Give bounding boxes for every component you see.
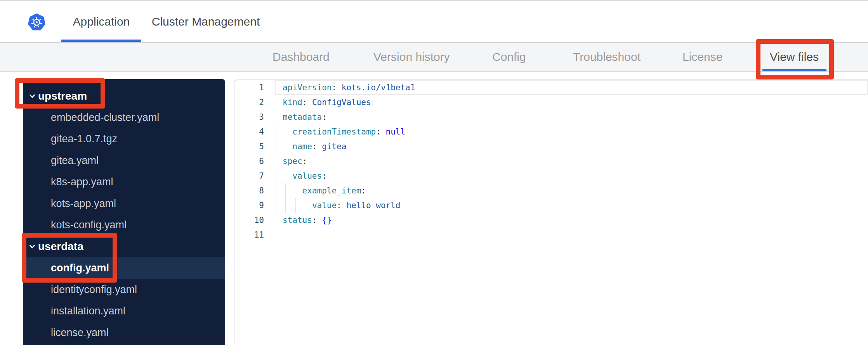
line-number: 11 [234, 230, 269, 240]
tree-item-label: upstream [38, 90, 87, 102]
subnav-tab-label: Dashboard [273, 50, 330, 63]
subnav-tab-config[interactable]: Config [492, 43, 526, 71]
subnav-tab-label: Troubleshoot [573, 50, 641, 63]
token-str: kots.io/v1beta1 [342, 83, 415, 92]
token-kw: null [386, 127, 406, 136]
tree-item-label: config.yaml [51, 262, 109, 274]
code-line-5: 5name: gitea [234, 139, 868, 154]
subnav-tab-license[interactable]: License [682, 43, 722, 71]
primary-tab-label: Cluster Management [152, 15, 260, 28]
token-key: metadata [283, 112, 322, 122]
line-number: 9 [234, 201, 269, 210]
code-line-10: 10status: {} [234, 213, 868, 228]
tree-file-embedded-cluster-yaml[interactable]: embedded-cluster.yaml [23, 107, 225, 129]
app-header: ApplicationCluster Management [0, 0, 868, 43]
primary-nav: ApplicationCluster Management [0, 1, 868, 42]
token-punc: : [337, 201, 342, 210]
tree-file-installation-yaml[interactable]: installation.yaml [23, 300, 225, 322]
token-key: value [312, 201, 337, 210]
subnav-tab-label: Version history [373, 50, 450, 63]
token-punc: : [361, 186, 366, 195]
subnav-tab-troubleshoot[interactable]: Troubleshoot [573, 43, 641, 71]
chevron-down-icon [28, 92, 36, 100]
file-content-editor[interactable]: 1apiVersion: kots.io/v1beta12kind: Confi… [234, 79, 868, 345]
code-line-9: 9value: hello world [234, 198, 868, 213]
tree-item-label: gitea.yaml [51, 155, 99, 167]
primary-tab-cluster-management[interactable]: Cluster Management [149, 1, 262, 42]
primary-tab-application[interactable]: Application [61, 1, 141, 42]
code-content: values: [275, 169, 868, 183]
indent-guide [276, 169, 276, 183]
tree-item-label: gitea-1.0.7.tgz [51, 133, 117, 145]
token-plain [317, 142, 322, 151]
tree-item-label: license.yaml [51, 327, 109, 339]
token-key: creationTimestamp [292, 127, 376, 136]
tree-file-gitea-1-0-7-tgz[interactable]: gitea-1.0.7.tgz [23, 128, 225, 150]
token-key: example_item [302, 186, 361, 195]
token-punc: : [312, 142, 317, 151]
code-text: value: hello world [312, 201, 401, 210]
token-str: gitea [322, 142, 346, 151]
indent-guide [276, 124, 276, 139]
primary-tab-label: Application [73, 15, 130, 28]
code-line-11: 11 [234, 228, 868, 242]
token-key: kind [283, 98, 302, 107]
chevron-down-icon [28, 242, 36, 251]
line-number: 5 [234, 142, 269, 151]
tree-file-k8s-app-yaml[interactable]: k8s-app.yaml [23, 171, 225, 193]
file-tree-sidebar[interactable]: upstreamembedded-cluster.yamlgitea-1.0.7… [23, 79, 225, 345]
tree-file-config-yaml[interactable]: config.yaml [23, 257, 225, 279]
code-line-2: 2kind: ConfigValues [234, 95, 868, 110]
token-key: status [283, 216, 312, 225]
line-number: 6 [234, 157, 269, 166]
tree-dir-upstream[interactable]: upstream [23, 85, 225, 107]
code-line-6: 6spec: [234, 154, 868, 169]
tree-item-label: installation.yaml [51, 305, 125, 317]
code-text: apiVersion: kots.io/v1beta1 [283, 83, 415, 92]
code-content [275, 228, 868, 242]
app-subnav: DashboardVersion historyConfigTroublesho… [0, 43, 868, 72]
token-plain [342, 201, 347, 210]
token-key: name [292, 142, 312, 151]
line-number: 10 [234, 216, 269, 225]
tree-file-gitea-yaml[interactable]: gitea.yaml [23, 150, 225, 172]
token-key: apiVersion [283, 83, 332, 92]
tree-item-label: kots-app.yaml [51, 198, 116, 210]
token-punc: : [302, 157, 307, 166]
code-content: spec: [275, 154, 868, 169]
token-plain [307, 98, 312, 107]
code-content: creationTimestamp: null [275, 124, 868, 139]
tree-file-kots-config-yaml[interactable]: kots-config.yaml [23, 214, 225, 236]
token-punc: : [332, 83, 337, 92]
code-content: apiVersion: kots.io/v1beta1 [275, 80, 868, 95]
code-content: metadata: [275, 110, 868, 124]
code-text: name: gitea [292, 142, 346, 151]
tree-item-label: kots-config.yaml [51, 219, 127, 231]
subnav-tab-view-files[interactable]: View files [770, 43, 819, 71]
code-text: status: {} [283, 216, 332, 225]
token-plain [317, 216, 322, 225]
tree-file-identityconfig-yaml[interactable]: identityconfig.yaml [23, 279, 225, 301]
tree-file-license-yaml[interactable]: license.yaml [23, 322, 225, 344]
subnav-tab-label: License [682, 50, 722, 63]
code-text: values: [292, 171, 327, 181]
token-str: ConfigValues [312, 98, 371, 107]
line-number: 7 [234, 171, 269, 181]
code-line-4: 4creationTimestamp: null [234, 124, 868, 139]
token-plain [337, 83, 342, 92]
subnav-tab-version-history[interactable]: Version history [373, 43, 450, 71]
tree-item-label: identityconfig.yaml [51, 284, 137, 296]
code-line-1: 1apiVersion: kots.io/v1beta1 [234, 80, 868, 95]
indent-guide [276, 139, 276, 154]
tree-file-kots-app-yaml[interactable]: kots-app.yaml [23, 193, 225, 215]
subnav-tab-dashboard[interactable]: Dashboard [273, 43, 330, 71]
line-number: 1 [234, 83, 269, 92]
tree-dir-userdata[interactable]: userdata [23, 236, 225, 258]
subnav-tab-label: Config [492, 50, 526, 63]
line-number: 2 [234, 98, 269, 107]
code-line-7: 7values: [234, 169, 868, 183]
token-punc: : [302, 98, 307, 107]
indent-guide [285, 183, 286, 198]
code-text: spec: [283, 157, 307, 166]
subnav-tab-label: View files [770, 50, 819, 63]
